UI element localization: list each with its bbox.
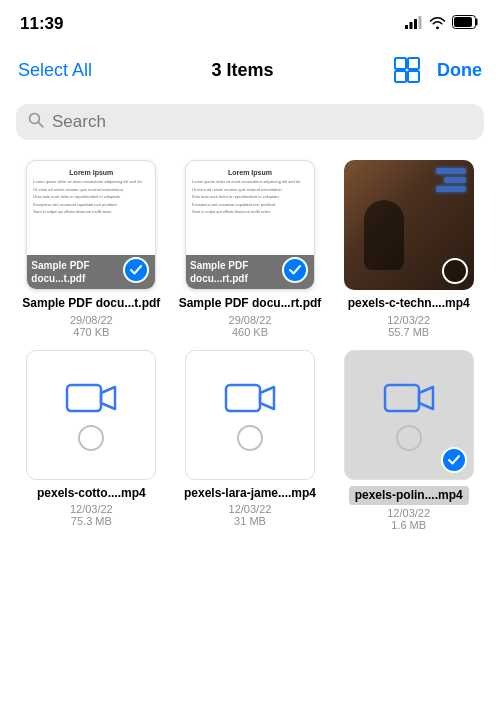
top-bar: Select All 3 Items Done	[0, 44, 500, 96]
svg-rect-9	[408, 71, 419, 82]
files-grid: Lorem Ipsum Lorem ipsum dolor sit amet c…	[0, 152, 500, 551]
file-thumbnail: Lorem Ipsum Lorem ipsum dolor sit amet c…	[185, 160, 315, 290]
svg-rect-6	[395, 58, 406, 69]
video-circle	[78, 425, 104, 451]
status-icons	[405, 15, 480, 33]
search-icon	[28, 112, 44, 132]
list-item[interactable]: pexels-cotto....mp4 12/03/22 75.3 MB	[16, 350, 167, 532]
wifi-icon	[429, 15, 446, 33]
status-time: 11:39	[20, 14, 63, 34]
svg-rect-2	[414, 19, 417, 29]
svg-rect-7	[408, 58, 419, 69]
list-item[interactable]: pexels-c-techn....mp4 12/03/22 55.7 MB	[333, 160, 484, 338]
video-icon-wrap	[186, 351, 314, 479]
file-thumbnail	[344, 160, 474, 290]
file-thumbnail	[344, 350, 474, 480]
file-date: 12/03/22	[387, 507, 430, 519]
file-date: 12/03/22	[229, 503, 272, 515]
grid-icon	[393, 56, 421, 84]
file-size: 31 MB	[234, 515, 266, 527]
file-date: 12/03/22	[387, 314, 430, 326]
file-size: 460 KB	[232, 326, 268, 338]
svg-rect-13	[226, 385, 260, 411]
list-item[interactable]: pexels-polin....mp4 12/03/22 1.6 MB	[333, 350, 484, 532]
search-input[interactable]	[52, 112, 472, 132]
file-size: 55.7 MB	[388, 326, 429, 338]
video-circle	[237, 425, 263, 451]
done-button[interactable]: Done	[437, 60, 482, 81]
video-camera-icon	[224, 379, 276, 421]
file-name: Sample PDF docu...rt.pdf	[179, 296, 322, 312]
svg-rect-1	[410, 22, 413, 29]
search-container	[0, 96, 500, 152]
file-name: pexels-c-techn....mp4	[348, 296, 470, 312]
file-thumbnail: Lorem Ipsum Lorem ipsum dolor sit amet c…	[26, 160, 156, 290]
svg-rect-14	[385, 385, 419, 411]
video-camera-icon	[65, 379, 117, 421]
grid-view-button[interactable]	[393, 56, 421, 84]
selection-badge	[441, 447, 467, 473]
file-name: pexels-lara-jame....mp4	[184, 486, 316, 502]
selection-badge	[282, 257, 308, 283]
file-name: pexels-cotto....mp4	[37, 486, 146, 502]
file-date: 29/08/22	[229, 314, 272, 326]
search-bar	[16, 104, 484, 140]
items-count: 3 Items	[212, 60, 274, 81]
file-date: 12/03/22	[70, 503, 113, 515]
svg-rect-12	[67, 385, 101, 411]
svg-rect-0	[405, 25, 408, 29]
list-item[interactable]: Lorem Ipsum Lorem ipsum dolor sit amet c…	[175, 160, 326, 338]
select-all-button[interactable]: Select All	[18, 60, 92, 81]
video-icon-wrap	[27, 351, 155, 479]
list-item[interactable]: Lorem Ipsum Lorem ipsum dolor sit amet c…	[16, 160, 167, 338]
video-camera-icon	[383, 379, 435, 421]
file-name: Sample PDF docu...t.pdf	[22, 296, 160, 312]
signal-icon	[405, 15, 423, 33]
battery-icon	[452, 15, 480, 33]
file-size: 470 KB	[73, 326, 109, 338]
file-size: 1.6 MB	[391, 519, 426, 531]
video-circle	[396, 425, 422, 451]
file-date: 29/08/22	[70, 314, 113, 326]
file-name: pexels-polin....mp4	[349, 486, 469, 506]
svg-rect-5	[454, 17, 472, 27]
file-thumbnail	[26, 350, 156, 480]
svg-rect-8	[395, 71, 406, 82]
file-size: 75.3 MB	[71, 515, 112, 527]
selection-ring	[442, 258, 468, 284]
top-bar-right: Done	[393, 56, 482, 84]
list-item[interactable]: pexels-lara-jame....mp4 12/03/22 31 MB	[175, 350, 326, 532]
svg-rect-3	[419, 16, 422, 29]
svg-line-11	[39, 123, 44, 128]
file-thumbnail	[185, 350, 315, 480]
status-bar: 11:39	[0, 0, 500, 44]
